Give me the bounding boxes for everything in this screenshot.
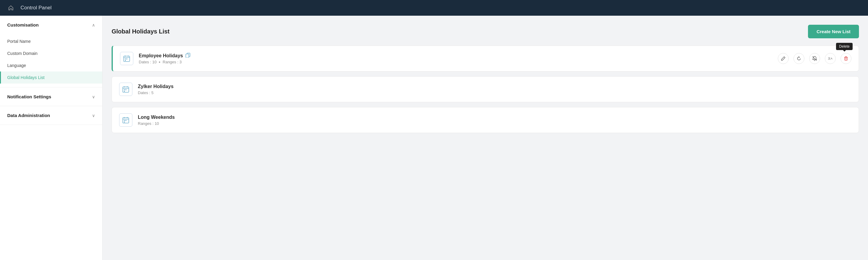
copy-icon-employee (185, 53, 190, 59)
sidebar-section-customisation: Customisation ∧ Portal Name Custom Domai… (0, 16, 102, 88)
content-area: Global Holidays List Create New List Emp… (102, 16, 868, 260)
calendar-icon-long-weekends (119, 113, 132, 127)
top-header: Control Panel (0, 0, 868, 16)
sidebar-section-notification: Notification Settings ∨ (0, 88, 102, 106)
delete-button-employee[interactable] (841, 53, 851, 64)
svg-text:文A: 文A (828, 57, 832, 60)
notification-section-header[interactable]: Notification Settings ∨ (0, 88, 102, 106)
data-admin-section-header[interactable]: Data Administration ∨ (0, 106, 102, 125)
customisation-chevron: ∧ (92, 23, 95, 27)
translate-button-employee[interactable]: 文A (825, 53, 836, 64)
card-meta-zylker: Dates : 5 (138, 91, 851, 95)
ranges-label-employee: Ranges : 3 (162, 60, 182, 64)
sidebar-section-data-admin: Data Administration ∨ (0, 106, 102, 125)
header-title: Control Panel (21, 5, 52, 11)
main-layout: Customisation ∧ Portal Name Custom Domai… (0, 16, 868, 260)
home-icon[interactable] (6, 3, 16, 13)
card-actions-employee: 文A (778, 53, 851, 64)
card-name-zylker: Zylker Holidays (138, 84, 851, 89)
refresh-button-employee[interactable] (794, 53, 804, 64)
card-info-zylker: Zylker Holidays Dates : 5 (138, 84, 851, 95)
svg-rect-19 (125, 89, 126, 90)
calendar-icon-employee (120, 52, 133, 65)
card-info-long-weekends: Long Weekends Ranges : 10 (138, 115, 851, 126)
notification-title: Notification Settings (7, 94, 51, 99)
notification-chevron: ∨ (92, 94, 95, 99)
data-admin-chevron: ∨ (92, 113, 95, 118)
page-header: Global Holidays List Create New List (112, 25, 859, 38)
svg-rect-5 (126, 59, 127, 59)
card-name-employee: Employee Holidays (139, 53, 778, 59)
svg-rect-4 (125, 59, 126, 59)
card-info-employee: Employee Holidays Dates : 10 Ranges : 3 (139, 53, 778, 64)
svg-rect-8 (186, 54, 189, 58)
svg-rect-6 (125, 60, 126, 61)
card-name-long-weekends: Long Weekends (138, 115, 851, 120)
data-admin-title: Data Administration (7, 113, 50, 118)
create-new-list-button[interactable]: Create New List (808, 25, 859, 38)
dates-label-zylker: Dates : 5 (138, 91, 154, 95)
card-meta-long-weekends: Ranges : 10 (138, 121, 851, 126)
holiday-card-long-weekends: Long Weekends Ranges : 10 (112, 107, 859, 133)
customisation-items: Portal Name Custom Domain Language Globa… (0, 34, 102, 87)
delete-tooltip: Delete (836, 43, 852, 50)
dates-label-employee: Dates : 10 (139, 60, 157, 64)
calendar-icon-zylker (119, 83, 132, 96)
holiday-card-zylker: Zylker Holidays Dates : 5 (112, 76, 859, 102)
svg-rect-18 (124, 89, 125, 90)
sidebar-item-global-holidays[interactable]: Global Holidays List (0, 71, 102, 84)
meta-dot-employee (159, 62, 160, 63)
ranges-label-long-weekends: Ranges : 10 (138, 121, 159, 126)
svg-rect-27 (124, 122, 125, 123)
sidebar-item-custom-domain[interactable]: Custom Domain (0, 47, 102, 59)
sidebar-item-portal-name[interactable]: Portal Name (0, 35, 102, 47)
customisation-title: Customisation (7, 22, 39, 27)
page-title: Global Holidays List (112, 28, 169, 35)
edit-button-employee[interactable] (778, 53, 789, 64)
svg-rect-11 (845, 57, 847, 60)
customisation-section-header[interactable]: Customisation ∧ (0, 16, 102, 34)
svg-rect-20 (124, 91, 125, 92)
sidebar: Customisation ∧ Portal Name Custom Domai… (0, 16, 102, 260)
holiday-card-employee: Employee Holidays Dates : 10 Ranges : 3 (112, 45, 859, 71)
card-meta-employee: Dates : 10 Ranges : 3 (139, 60, 778, 64)
svg-rect-26 (125, 120, 126, 121)
no-notify-button-employee[interactable] (809, 53, 820, 64)
sidebar-item-language[interactable]: Language (0, 59, 102, 71)
svg-rect-25 (124, 120, 125, 121)
